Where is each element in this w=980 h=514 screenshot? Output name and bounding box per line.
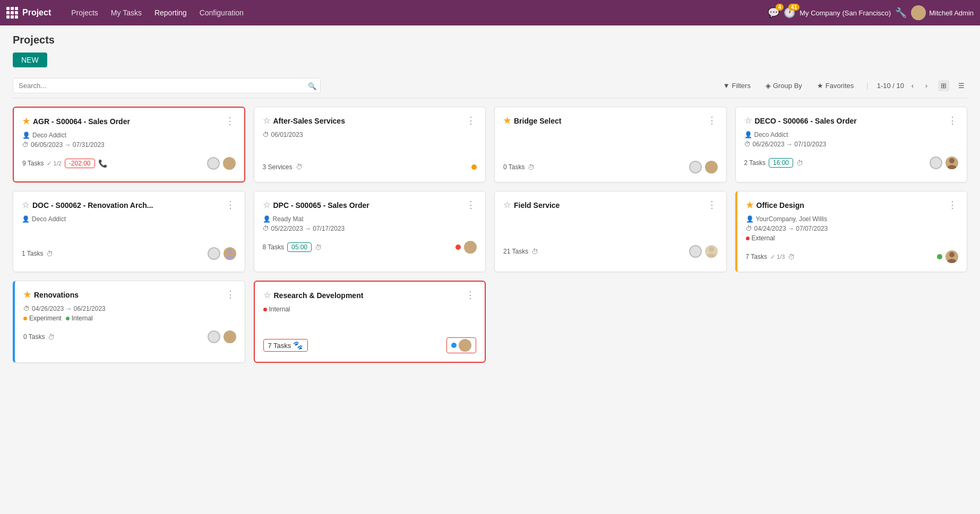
status-dot: [937, 254, 942, 259]
tags-row: Internal: [263, 306, 477, 313]
nav-my-tasks[interactable]: My Tasks: [106, 0, 147, 25]
check-icon: ✓ 1/2: [47, 160, 61, 167]
kanban-view-button[interactable]: ⊞: [938, 80, 949, 91]
tasks-info: 21 Tasks ⏱: [503, 248, 538, 256]
project-card-bridge-select[interactable]: ★ Bridge Select ⋮ 0 Tasks ⏱: [494, 107, 727, 182]
tasks-count: 2 Tasks: [744, 159, 766, 167]
card-menu-button[interactable]: ⋮: [947, 116, 958, 125]
search-area: 🔍: [13, 78, 321, 93]
project-title: AGR - S00064 - Sales Order: [33, 117, 130, 126]
app-logo[interactable]: Project: [6, 7, 59, 19]
project-title: After-Sales Services: [273, 117, 345, 125]
project-card-renovations[interactable]: ★ Renovations ⋮ ⏱ 04/26/2023 → 06/21/202…: [13, 281, 245, 363]
card-menu-button[interactable]: ⋮: [465, 116, 477, 125]
project-card-doc-renovation[interactable]: ☆ DOC - S00062 - Renovation Arch... ⋮ 👤 …: [13, 191, 245, 272]
card-menu-button[interactable]: ⋮: [224, 116, 236, 126]
project-card-dpc-sales[interactable]: ☆ DPC - S00065 - Sales Order ⋮ 👤 Ready M…: [254, 191, 486, 272]
card-menu-button[interactable]: ⋮: [947, 200, 958, 210]
project-card-field-service[interactable]: ☆ Field Service ⋮ 21 Tasks ⏱: [494, 191, 727, 272]
star-icon[interactable]: ☆: [263, 200, 270, 210]
project-card-office-design[interactable]: ★ Office Design ⋮ 👤 YourCompany, Joel Wi…: [735, 191, 968, 272]
filters-button[interactable]: ▼ Filters: [719, 80, 755, 92]
nav-reporting[interactable]: Reporting: [149, 0, 192, 25]
internal-tag: Internal: [269, 306, 290, 313]
tasks-info: 0 Tasks ⏱: [23, 333, 55, 341]
card-meta: ⏱ 06/01/2023: [263, 131, 477, 138]
card-meta: ⏱ 04/26/2023 → 06/21/2023 Experiment Int…: [23, 305, 236, 322]
card-footer: 1 Tasks ⏱: [22, 247, 236, 260]
svg-point-4: [709, 162, 714, 168]
pagination-prev[interactable]: ‹: [907, 81, 918, 91]
pagination-next[interactable]: ›: [921, 81, 932, 91]
chat-icon-wrapper[interactable]: 💬 4: [768, 7, 779, 19]
card-title: ★ Office Design: [746, 200, 947, 210]
groupby-button[interactable]: ◈ Group By: [761, 80, 806, 92]
svg-point-2: [227, 159, 232, 164]
tasks-count: 0 Tasks: [503, 163, 525, 171]
new-button[interactable]: NEW: [13, 53, 47, 67]
card-header: ☆ Field Service ⋮: [503, 200, 718, 210]
status-dot: [451, 343, 457, 348]
tasks-count: 7 Tasks: [268, 342, 291, 350]
star-icon[interactable]: ★: [746, 200, 753, 210]
clock-icon: ⏱: [315, 243, 322, 251]
star-icon[interactable]: ★: [22, 116, 30, 126]
favorites-button[interactable]: ★ Favorites: [813, 80, 858, 92]
calendar-icon: ⏱: [744, 141, 751, 148]
project-card-deco[interactable]: ☆ DECO - S00066 - Sales Order ⋮ 👤 Deco A…: [735, 107, 968, 182]
page-title: Projects: [13, 34, 55, 46]
clock-icon: ⏱: [296, 163, 303, 171]
project-card-after-sales[interactable]: ☆ After-Sales Services ⋮ ⏱ 06/01/2023 3 …: [254, 107, 486, 182]
star-icon[interactable]: ☆: [744, 116, 752, 126]
user-name: Mitchell Admin: [929, 9, 974, 17]
star-icon[interactable]: ☆: [263, 290, 271, 300]
client-name: Deco Addict: [32, 215, 66, 223]
pagination-text: 1-10 / 10: [877, 82, 904, 90]
star-icon[interactable]: ☆: [263, 116, 270, 126]
search-submit-icon[interactable]: 🔍: [308, 82, 316, 90]
card-header: ★ Office Design ⋮: [746, 200, 959, 210]
tasks-info: 7 Tasks ✓ 1/3 ⏱: [746, 253, 795, 261]
user-avatar-sm: [705, 161, 718, 173]
toolbar: 🔍 ▼ Filters ◈ Group By ★ Favorites | 1-1…: [13, 74, 967, 98]
project-card-research-dev[interactable]: ☆ Research & Development ⋮ Internal 7 Ta…: [254, 281, 486, 363]
tasks-footer-box: 7 Tasks 🐾: [263, 339, 308, 352]
spacer: [503, 215, 718, 237]
star-icon[interactable]: ★: [503, 116, 511, 126]
status-circle: [930, 156, 942, 169]
nav-projects[interactable]: Projects: [66, 0, 104, 25]
user-menu[interactable]: Mitchell Admin: [911, 5, 974, 20]
star-icon[interactable]: ★: [23, 290, 31, 300]
card-menu-button[interactable]: ⋮: [465, 200, 477, 210]
project-card-agr[interactable]: ★ AGR - S00064 - Sales Order ⋮ 👤 Deco Ad…: [13, 107, 245, 182]
svg-point-3: [225, 165, 234, 170]
star-icon[interactable]: ☆: [503, 200, 511, 210]
filters-label: Filters: [732, 82, 751, 90]
user-avatar-sm: [223, 247, 236, 260]
card-menu-button[interactable]: ⋮: [706, 200, 718, 210]
people-icon: 🐾: [293, 341, 303, 350]
clock-icon-wrapper[interactable]: 🕐 41: [784, 7, 795, 19]
filter-funnel-icon: ▼: [723, 82, 730, 90]
favorites-label: Favorites: [826, 82, 854, 90]
nav-configuration[interactable]: Configuration: [194, 0, 249, 25]
card-footer: 3 Services ⏱: [263, 163, 477, 171]
clock-icon: ⏱: [531, 248, 538, 256]
card-footer: 0 Tasks ⏱: [23, 330, 236, 343]
spacer: [22, 228, 236, 239]
footer-right: [937, 250, 958, 263]
card-menu-button[interactable]: ⋮: [706, 116, 718, 125]
card-header: ☆ DECO - S00066 - Sales Order ⋮: [744, 116, 959, 126]
card-menu-button[interactable]: ⋮: [225, 290, 236, 299]
settings-icon[interactable]: 🔧: [895, 7, 907, 19]
card-title: ☆ DECO - S00066 - Sales Order: [744, 116, 947, 126]
list-view-button[interactable]: ☰: [956, 80, 967, 91]
card-header: ☆ DPC - S00065 - Sales Order ⋮: [263, 200, 477, 210]
date-range: 06/05/2023 → 07/31/2023: [31, 141, 105, 149]
card-header: ★ Renovations ⋮: [23, 290, 236, 300]
card-menu-button[interactable]: ⋮: [465, 290, 476, 300]
card-menu-button[interactable]: ⋮: [225, 200, 236, 210]
top-navigation: Project Projects My Tasks Reporting Conf…: [0, 0, 980, 25]
search-input[interactable]: [13, 78, 321, 93]
star-icon[interactable]: ☆: [22, 200, 29, 210]
